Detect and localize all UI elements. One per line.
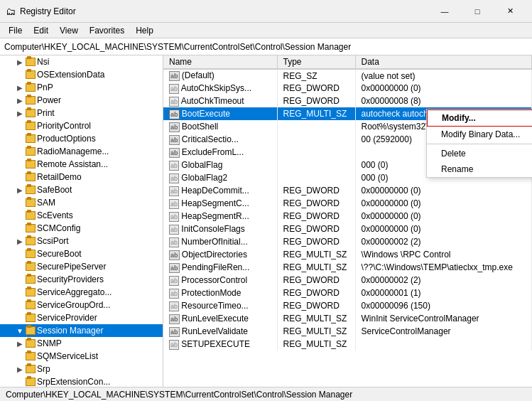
folder-icon [26,134,36,143]
reg-type: REG_DWORD [277,274,355,287]
col-data[interactable]: Data [355,55,532,69]
tree-item-retaildemo[interactable]: RetailDemo [0,171,163,183]
tree-item-productoptions[interactable]: ProductOptions [0,132,163,145]
table-row[interactable]: ab RunLevelValidate REG_MULTI_SZ Service… [163,325,532,338]
reg-data: 0x00000002 (2) [355,235,532,248]
reg-name: ab GlobalFlag2 [163,171,277,184]
tree-item-securepipe[interactable]: SecurePipeServer [0,260,163,273]
table-row[interactable]: ab HeapSegmentR... REG_DWORD 0x00000000 … [163,210,532,223]
ctx-delete[interactable]: Delete [427,146,532,161]
tree-item-scevents[interactable]: ScEvents [0,209,163,222]
ctx-modify-binary[interactable]: Modify Binary Data... [427,127,532,142]
reg-type: REG_DWORD [277,197,355,210]
dword-icon: ab [169,186,179,196]
table-row[interactable]: ab NumberOfInitial... REG_DWORD 0x000000… [163,235,532,248]
folder-icon [26,378,36,386]
table-row[interactable]: ab AutoChkSkipSys... REG_DWORD 0x0000000… [163,82,532,95]
ab-icon: ab [169,263,180,273]
maximize-button[interactable]: □ [461,0,494,23]
table-row[interactable]: ab ResourceTimeo... REG_DWORD 0x00000096… [163,299,532,312]
menu-edit[interactable]: Edit [28,23,54,38]
tree-item-snmp[interactable]: ▶ SNMP [0,337,163,350]
reg-name: ab RunLevelValidate [163,325,277,338]
reg-type: REG_DWORD [277,223,355,235]
app-icon: 🗂 [6,6,16,17]
table-row[interactable]: ab (Default) REG_SZ (value not set) [163,69,532,82]
reg-name: ab ProcessorControl [163,274,277,287]
right-panel[interactable]: Name Type Data ab (Default) REG_SZ (valu… [163,55,532,387]
tree-item-servicegroup[interactable]: ServiceGroupOrd... [0,299,163,311]
reg-name: ab ExcludeFromL... [163,146,277,159]
col-name[interactable]: Name [163,55,277,69]
registry-table: Name Type Data ab (Default) REG_SZ (valu… [163,55,532,351]
tree-item-securityprov[interactable]: SecurityProviders [0,273,163,286]
reg-data: ServiceControlManager [355,325,532,338]
tree-item-pnp[interactable]: ▶ PnP [0,81,163,94]
folder-icon [26,70,36,79]
ab-icon: ab [169,71,180,81]
tree-item-osextension[interactable]: OSExtensionData [0,68,163,81]
tree-item-scsiport[interactable]: ▶ ScsiPort [0,235,163,247]
tree-item-remoteassist[interactable]: Remote Assistan... [0,158,163,171]
folder-icon [26,173,36,181]
tree-item-print[interactable]: ▶ Print [0,107,163,119]
col-type[interactable]: Type [277,55,355,69]
tree-panel[interactable]: ▶ Nsi OSExtensionData ▶ PnP ▶ Power ▶ Pr… [0,55,163,387]
minimize-button[interactable]: — [428,0,461,23]
reg-name: ab ProtectionMode [163,287,277,299]
reg-name: ab ObjectDirectories [163,248,277,261]
folder-icon [26,288,36,296]
table-row[interactable]: ab ProtectionMode REG_DWORD 0x00000001 (… [163,287,532,299]
reg-name: ab AutoChkTimeout [163,95,277,107]
tree-item-srpextension[interactable]: SrpExtensionCon... [0,375,163,387]
folder-icon [26,96,36,105]
menu-favorites[interactable]: Favorites [84,23,130,38]
tree-item-radiomanage[interactable]: RadioManageme... [0,145,163,158]
tree-item-srp[interactable]: ▶ Srp [0,363,163,375]
tree-item-prioritycontrol[interactable]: PriorityControl [0,119,163,132]
table-row[interactable]: ab InitConsoleFlags REG_DWORD 0x00000000… [163,223,532,235]
reg-type: REG_DWORD [277,235,355,248]
reg-type: REG_MULTI_SZ [277,338,355,351]
address-path: Computer\HKEY_LOCAL_MACHINE\SYSTEM\Curre… [4,42,351,52]
tree-item-serviceprovider[interactable]: ServiceProvider [0,311,163,324]
ctx-modify[interactable]: Modify... [427,109,532,127]
menu-view[interactable]: View [54,23,84,38]
table-row[interactable]: ab SETUPEXECUTE REG_MULTI_SZ [163,338,532,351]
close-button[interactable]: ✕ [494,0,526,23]
table-row[interactable]: ab ProcessorControl REG_DWORD 0x00000002… [163,274,532,287]
reg-type: REG_MULTI_SZ [277,261,355,274]
tree-item-scmconfig[interactable]: SCMConfig [0,222,163,235]
tree-item-power[interactable]: ▶ Power [0,94,163,107]
tree-item-sam[interactable]: SAM [0,196,163,209]
reg-name: ab CriticalSectio... [163,133,277,146]
table-row[interactable]: ab AutoChkTimeout REG_DWORD 0x00000008 (… [163,95,532,107]
tree-item-secureboot[interactable]: SecureBoot [0,247,163,260]
title-text: Registry Editor [20,6,428,16]
tree-item-nsi[interactable]: ▶ Nsi [0,55,163,68]
tree-item-sqmservicelist[interactable]: SQMServiceList [0,350,163,363]
menu-file[interactable]: File [3,23,28,38]
dword-icon: ab [169,276,179,286]
reg-data: 0x00000000 (0) [355,82,532,95]
tree-item-serviceagg[interactable]: ServiceAggregato... [0,286,163,299]
table-row[interactable]: ab ObjectDirectories REG_MULTI_SZ \Windo… [163,248,532,261]
ctx-rename[interactable]: Rename [427,161,532,177]
table-row[interactable]: ab HeapSegmentC... REG_DWORD 0x00000000 … [163,197,532,210]
dword-icon: ab [169,340,179,350]
reg-name: ab (Default) [163,69,277,82]
reg-type: REG_DWORD [277,287,355,299]
reg-type [277,120,355,133]
tree-item-safeboot[interactable]: ▶ SafeBoot [0,183,163,196]
table-row[interactable]: ab RunLevelExecute REG_MULTI_SZ WinInit … [163,312,532,325]
reg-data: 0x00000008 (8) [355,95,532,107]
tree-item-sessionmanager[interactable]: ▼ Session Manager [0,324,163,337]
table-row[interactable]: ab PendingFileRen... REG_MULTI_SZ \??\C:… [163,261,532,274]
reg-name: ab BootExecute [163,107,277,120]
folder-icon [26,326,36,335]
folder-icon [26,301,36,309]
ab-icon: ab [169,148,180,158]
expand-icon: ▶ [14,340,26,348]
menu-help[interactable]: Help [130,23,159,38]
table-row[interactable]: ab HeapDeCommit... REG_DWORD 0x00000000 … [163,184,532,197]
